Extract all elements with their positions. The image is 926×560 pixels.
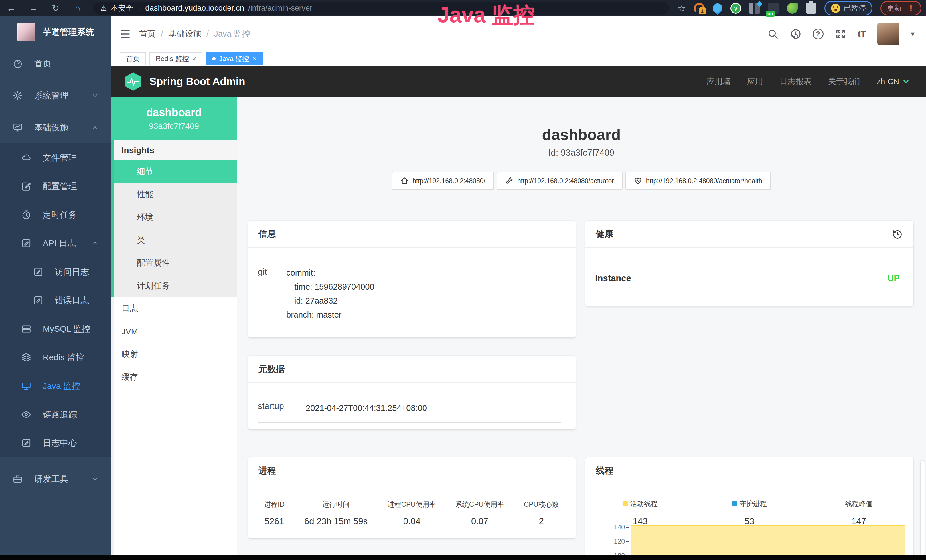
sba-item-mappings[interactable]: 映射 [111,343,237,366]
threads-card-title: 线程 [596,465,613,477]
sidebar-item-redis-monitor[interactable]: Redis 监控 [0,343,111,372]
sba-locale-select[interactable]: zh-CN [877,77,910,86]
extension-green-circle-icon[interactable]: y [730,3,741,14]
sba-instance-header[interactable]: dashboard 93a3fc7f7409 [111,97,237,140]
sidebar-item-system[interactable]: 系统管理 [0,80,111,112]
sba-nav-wallboard[interactable]: 应用墙 [707,76,731,87]
extension-badge: 1 [699,8,706,14]
tab-java-monitor[interactable]: Java 监控 × [206,52,263,65]
font-size-icon[interactable]: tT [858,29,866,39]
extensions-puzzle-icon[interactable] [806,3,817,14]
active-section-stripe [111,140,114,297]
close-icon[interactable]: × [253,55,256,63]
service-url-button[interactable]: http://192.168.0.2:48080/ [392,172,494,190]
sidebar-item-access-log[interactable]: 访问日志 [0,257,111,286]
sidebar-item-label: 基础设施 [34,122,68,133]
paused-chip[interactable]: 已暂停 [825,1,872,15]
sidebar-item-infrastructure[interactable]: 基础设施 [0,112,111,144]
browser-back-icon[interactable]: ← [0,3,22,14]
breadcrumb-home[interactable]: 首页 [139,28,156,40]
uptime-value: 6d 23h 15m 59s [295,516,377,527]
browser-reload-icon[interactable]: ↻ [44,3,67,14]
browser-url-bar[interactable]: ⚠ 不安全 | dashboard.yudao.iocoder.cn/infra… [93,2,669,15]
sba-section-insights[interactable]: Insights [111,140,237,160]
tab-home[interactable]: 首页 [120,52,146,65]
sidebar-item-java-monitor[interactable]: Java 监控 [0,372,111,400]
extension-icon-orange[interactable]: 1 [694,3,705,14]
tab-redis-monitor[interactable]: Redis 监控 × [150,52,203,65]
sba-header: Spring Boot Admin 应用墙 应用 日志报表 关于我们 zh-CN [111,66,926,97]
log-edit-icon [33,295,43,306]
sidebar-item-mysql-monitor[interactable]: MySQL 监控 [0,315,111,343]
legend-swatch-blue [732,501,737,506]
extension-pin-icon[interactable] [711,1,724,15]
history-icon[interactable] [892,228,903,240]
sba-item-details[interactable]: 细节 [111,160,237,183]
sidebar-item-label: 错误日志 [55,295,89,306]
process-id-value: 5261 [254,516,295,527]
instance-links-row: http://192.168.0.2:48080/ http://192.168… [237,172,926,190]
instance-label: Instance [595,273,631,283]
sba-nav-journal[interactable]: 日志报表 [780,76,812,87]
update-button[interactable]: 更新 ⋮ [881,1,921,15]
legend-swatch-yellow [623,501,628,506]
sidebar-item-error-log[interactable]: 错误日志 [0,286,111,315]
sba-item-jvm[interactable]: JVM [111,320,237,343]
sba-nav-about[interactable]: 关于我们 [828,76,860,87]
info-card-header: 信息 [248,221,575,248]
sba-item-environment[interactable]: 环境 [111,206,237,229]
sidebar-item-config-management[interactable]: 配置管理 [0,172,111,201]
health-instance-row[interactable]: Instance UP [595,273,900,283]
health-url-button[interactable]: http://192.168.0.2:48080/actuator/health [625,172,771,190]
process-col-header: 系统CPU使用率 [446,500,513,509]
service-url: http://192.168.0.2:48080/ [412,177,486,185]
extension-switch-icon[interactable]: on [768,3,779,14]
info-card: 信息 git commit: time: 1596289704000 id: 2… [248,221,575,338]
help-icon[interactable]: ? [813,29,824,39]
close-icon[interactable]: × [192,55,196,63]
eye-icon [21,409,31,420]
extension-leaf-icon[interactable] [787,3,798,14]
metadata-card-header: 元数据 [248,356,575,383]
extension-letter: y [731,4,740,13]
browser-home-icon[interactable]: ⌂ [67,3,89,14]
sba-item-logs[interactable]: 日志 [111,297,237,320]
breadcrumb-infrastructure[interactable]: 基础设施 [168,28,201,40]
cloud-upload-icon [21,153,31,163]
sba-nav-applications[interactable]: 应用 [747,76,763,87]
sba-item-classes[interactable]: 类 [111,229,237,251]
collapse-sidebar-icon[interactable] [120,28,131,40]
browser-forward-icon[interactable]: → [22,3,44,14]
github-icon[interactable] [790,28,801,40]
extension-grid-icon[interactable] [749,3,760,14]
sidebar-item-api-log[interactable]: API 日志 [0,229,111,257]
sba-brand-label: Spring Boot Admin [150,76,245,88]
actuator-url-button[interactable]: http://192.168.0.2:48080/actuator [497,172,623,190]
y-axis-tick-140: 140 [593,524,625,531]
divider [258,331,561,331]
sidebar-item-file-management[interactable]: 文件管理 [0,144,111,172]
scrollbar-thumb[interactable] [921,461,924,555]
sidebar-item-scheduled-jobs[interactable]: 定时任务 [0,201,111,229]
sba-item-metrics[interactable]: 性能 [111,183,237,206]
browser-menu-dots-icon[interactable]: ⋮ [907,3,915,13]
breadcrumb-separator: / [206,29,209,38]
avatar-caret-icon[interactable]: ▾ [911,29,915,38]
breadcrumb-separator: / [161,29,163,38]
sba-item-config-props[interactable]: 配置属性 [111,251,237,274]
page-subtitle: Id: 93a3fc7f7409 [237,148,926,158]
sba-item-caches[interactable]: 缓存 [111,366,237,389]
search-icon[interactable] [767,28,779,40]
sba-item-label: 缓存 [121,371,138,383]
sidebar-item-tracing[interactable]: 链路追踪 [0,400,111,429]
sidebar-item-devtools[interactable]: 研发工具 [0,463,111,495]
metadata-card: 元数据 startup 2021-04-27T00:44:31.254+08:0… [248,356,575,429]
sidebar-item-home[interactable]: 首页 [0,48,111,80]
sidebar-item-log-center[interactable]: 日志中心 [0,429,111,457]
sba-brand[interactable]: Spring Boot Admin [124,72,245,91]
sba-item-scheduled-tasks[interactable]: 计划任务 [111,274,237,297]
user-avatar[interactable] [877,23,899,45]
fullscreen-icon[interactable] [835,28,846,40]
app-logo-row[interactable]: 芋道管理系统 [0,16,111,48]
bookmark-star-icon[interactable]: ☆ [678,3,686,14]
